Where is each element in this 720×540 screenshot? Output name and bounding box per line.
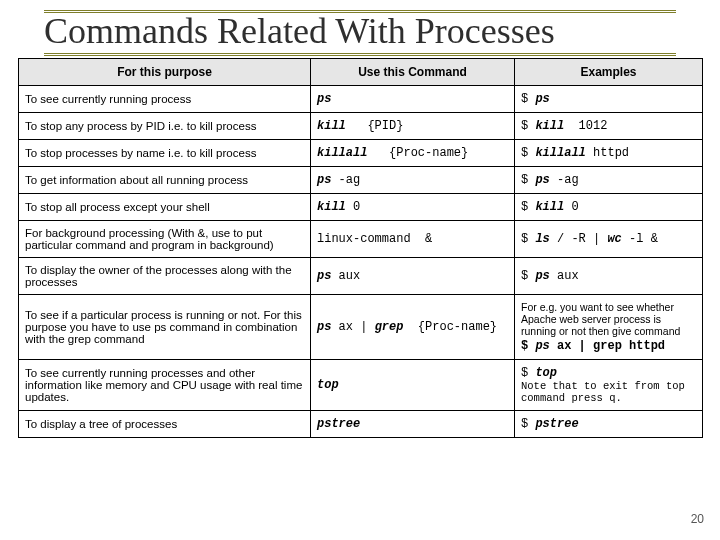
- cell-example: $ kill 1012: [515, 113, 703, 140]
- page-number: 20: [691, 512, 704, 526]
- cell-example: $ killall httpd: [515, 140, 703, 167]
- table-row: To stop any process by PID i.e. to kill …: [19, 113, 703, 140]
- col-examples: Examples: [515, 59, 703, 86]
- cell-purpose: To stop processes by name i.e. to kill p…: [19, 140, 311, 167]
- cell-example: $ ps: [515, 86, 703, 113]
- cell-command: kill {PID}: [311, 113, 515, 140]
- cell-example: $ kill 0: [515, 194, 703, 221]
- col-command: Use this Command: [311, 59, 515, 86]
- cell-command: ps -ag: [311, 167, 515, 194]
- cell-command: ps aux: [311, 258, 515, 295]
- table-body: To see currently running processps$ psTo…: [19, 86, 703, 438]
- cell-purpose: To see currently running processes and o…: [19, 360, 311, 411]
- cell-command: ps ax | grep {Proc-name}: [311, 295, 515, 360]
- col-purpose: For this purpose: [19, 59, 311, 86]
- example-command: $ top: [521, 366, 696, 380]
- cell-purpose: To stop all process except your shell: [19, 194, 311, 221]
- cell-purpose: To get information about all running pro…: [19, 167, 311, 194]
- example-note: For e.g. you want to see whether Apache …: [521, 301, 696, 337]
- cell-purpose: To stop any process by PID i.e. to kill …: [19, 113, 311, 140]
- cell-purpose: To display the owner of the processes al…: [19, 258, 311, 295]
- table-header-row: For this purpose Use this Command Exampl…: [19, 59, 703, 86]
- table-row: To display a tree of processespstree$ ps…: [19, 411, 703, 438]
- table-row: To display the owner of the processes al…: [19, 258, 703, 295]
- table-row: To see currently running processps$ ps: [19, 86, 703, 113]
- cell-command: ps: [311, 86, 515, 113]
- table-row: To stop processes by name i.e. to kill p…: [19, 140, 703, 167]
- cell-example: $ ps -ag: [515, 167, 703, 194]
- cell-command: pstree: [311, 411, 515, 438]
- cell-example: $ ps aux: [515, 258, 703, 295]
- cell-command: killall {Proc-name}: [311, 140, 515, 167]
- table-row: To see if a particular process is runnin…: [19, 295, 703, 360]
- cell-purpose: To see currently running process: [19, 86, 311, 113]
- table-row: To stop all process except your shellkil…: [19, 194, 703, 221]
- page-title: Commands Related With Processes: [44, 10, 676, 56]
- table-row: To get information about all running pro…: [19, 167, 703, 194]
- table-row: To see currently running processes and o…: [19, 360, 703, 411]
- cell-purpose: To see if a particular process is runnin…: [19, 295, 311, 360]
- commands-table: For this purpose Use this Command Exampl…: [18, 58, 703, 438]
- cell-example: $ ls / -R | wc -l &: [515, 221, 703, 258]
- cell-example: $ topNote that to exit from top command …: [515, 360, 703, 411]
- cell-command: kill 0: [311, 194, 515, 221]
- cell-command: top: [311, 360, 515, 411]
- table-row: For background processing (With &, use t…: [19, 221, 703, 258]
- cell-example: For e.g. you want to see whether Apache …: [515, 295, 703, 360]
- cell-example: $ pstree: [515, 411, 703, 438]
- slide: Commands Related With Processes For this…: [0, 0, 720, 540]
- cell-purpose: For background processing (With &, use t…: [19, 221, 311, 258]
- cell-command: linux-command &: [311, 221, 515, 258]
- example-note: Note that to exit from top command press…: [521, 380, 696, 404]
- example-command: $ ps ax | grep httpd: [521, 339, 665, 353]
- cell-purpose: To display a tree of processes: [19, 411, 311, 438]
